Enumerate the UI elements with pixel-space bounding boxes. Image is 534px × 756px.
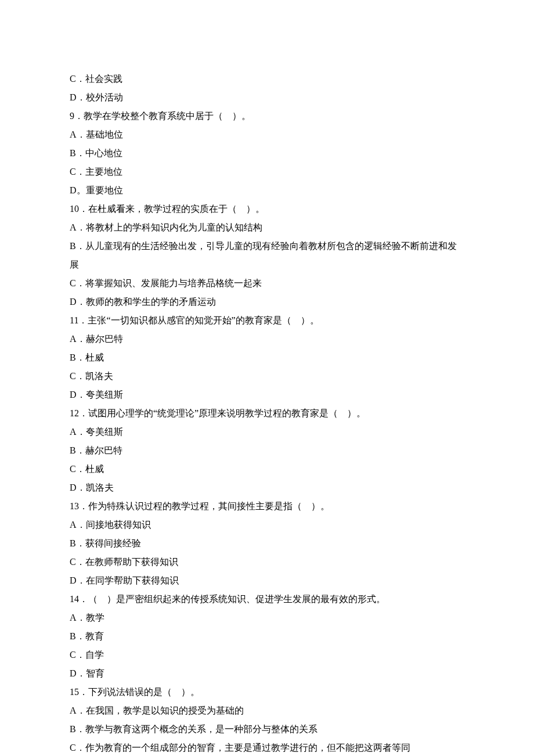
question-13: 13．作为特殊认识过程的教学过程，其间接性主要是指（ ）。 — [70, 497, 464, 516]
question-14: 14．（ ）是严密组织起来的传授系统知识、促进学生发展的最有效的形式。 — [70, 590, 464, 609]
question-15: 15．下列说法错误的是（ ）。 — [70, 683, 464, 701]
option-b: B．中心地位 — [70, 144, 464, 163]
question-9: 9．教学在学校整个教育系统中居于（ ）。 — [70, 107, 464, 125]
option-c: C．主要地位 — [70, 163, 464, 181]
question-10: 10．在杜威看来，教学过程的实质在于（ ）。 — [70, 200, 464, 218]
option-a: A．在我国，教学是以知识的授受为基础的 — [70, 701, 464, 720]
option-c: C．作为教育的一个组成部分的智育，主要是通过教学进行的，但不能把这两者等同 — [70, 739, 464, 756]
option-c: C．在教师帮助下获得知识 — [70, 553, 464, 571]
option-a: A．间接地获得知识 — [70, 516, 464, 534]
option-d: D．凯洛夫 — [70, 478, 464, 497]
option-a: A．教学 — [70, 609, 464, 627]
option-d: D．教师的教和学生的学的矛盾运动 — [70, 293, 464, 311]
option-a: A．夸美纽斯 — [70, 423, 464, 441]
option-c: C．凯洛夫 — [70, 367, 464, 386]
option-d: D．在同学帮助下获得知识 — [70, 571, 464, 590]
option-b: B．从儿童现有的生活经验出发，引导儿童的现有经验向着教材所包含的逻辑经验不断前进… — [70, 237, 464, 274]
option-b: B．教育 — [70, 627, 464, 646]
option-b: B．教学与教育这两个概念的关系，是一种部分与整体的关系 — [70, 720, 464, 739]
option-b: B．获得间接经验 — [70, 534, 464, 553]
option-b: B．杜威 — [70, 348, 464, 367]
option-d: D．智育 — [70, 664, 464, 683]
option-a: A．赫尔巴特 — [70, 330, 464, 348]
question-12: 12．试图用心理学的“统觉理论”原理来说明教学过程的教育家是（ ）。 — [70, 404, 464, 423]
option-d: D．校外活动 — [70, 88, 464, 107]
question-11: 11．主张“一切知识都从感官的知觉开始”的教育家是（ ）。 — [70, 311, 464, 330]
option-c: C．将掌握知识、发展能力与培养品格统一起来 — [70, 274, 464, 293]
option-c: C．自学 — [70, 646, 464, 664]
option-d: D．夸美纽斯 — [70, 386, 464, 404]
option-d: D。重要地位 — [70, 181, 464, 200]
option-c: C．杜威 — [70, 460, 464, 478]
option-a: A．基础地位 — [70, 125, 464, 144]
option-c: C．社会实践 — [70, 70, 464, 88]
option-b: B．赫尔巴特 — [70, 441, 464, 460]
option-a: A．将教材上的学科知识内化为儿童的认知结构 — [70, 218, 464, 237]
document-page: C．社会实践 D．校外活动 9．教学在学校整个教育系统中居于（ ）。 A．基础地… — [0, 0, 534, 756]
